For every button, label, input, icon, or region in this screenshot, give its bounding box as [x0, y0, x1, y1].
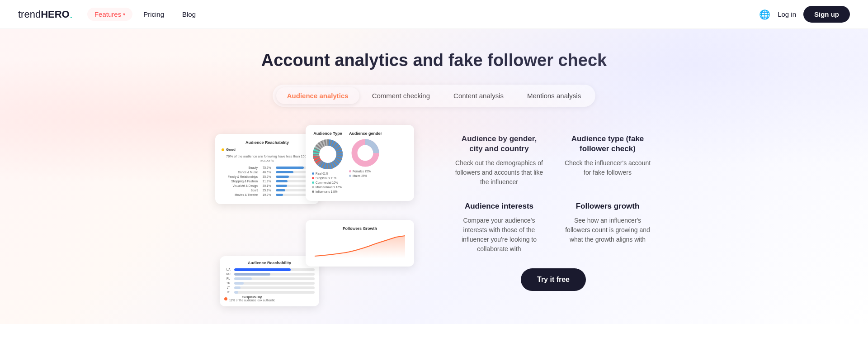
- info-heading-interests: Audience interests: [454, 201, 544, 211]
- mock-card-reachability: Audience Reachability Good 79% of the au…: [215, 134, 319, 204]
- info-text-interests: Compare your audience's interests with t…: [454, 216, 544, 254]
- try-it-free-button[interactable]: Try it free: [521, 268, 586, 291]
- bar-chart: Beauty 75.5% Dance & Music 46.6% Family …: [222, 166, 313, 196]
- mock-card-country: Audience Reachability UA RU PL: [220, 256, 319, 306]
- chevron-down-icon: ▾: [123, 12, 125, 17]
- mock-good-badge: Good: [222, 148, 313, 152]
- main-content: Audience Reachability Good 79% of the au…: [140, 125, 728, 324]
- logo-hero-text: HERO: [41, 9, 70, 20]
- audience-type-chart: Audience Type: [312, 131, 344, 195]
- info-heading-followers-growth: Followers growth: [562, 201, 653, 211]
- bar-row: Sport 25.3%: [222, 189, 313, 192]
- features-nav-button[interactable]: Features ▾: [87, 8, 132, 21]
- hero-section: Account analytics and fake follower chec…: [0, 29, 868, 324]
- bar-row: Shopping & Fashion 31.9%: [222, 180, 313, 183]
- country-row: UA: [224, 268, 315, 271]
- logo[interactable]: trend HERO .: [18, 7, 73, 21]
- pricing-nav-link[interactable]: Pricing: [136, 8, 171, 21]
- suspicious-dot: [224, 297, 227, 300]
- globe-icon[interactable]: 🌐: [759, 9, 770, 20]
- nav-links: Features ▾ Pricing Blog: [87, 8, 759, 21]
- tab-comment-checking[interactable]: Comment checking: [361, 87, 441, 104]
- info-text-gender-city: Check out the demographics of followers …: [454, 158, 544, 187]
- info-item-audience-type: Audience type (fake follower check) Chec…: [562, 134, 653, 187]
- badge-subtitle: 79% of the audience are following have l…: [222, 154, 313, 162]
- country-row: LT: [224, 286, 315, 289]
- bar-row: Beauty 75.5%: [222, 166, 313, 169]
- signup-button[interactable]: Sign up: [803, 6, 850, 23]
- features-label: Features: [94, 10, 121, 18]
- badge-dot: [222, 148, 224, 151]
- suspicious-badge: Suspiciously 12% of the audience look au…: [224, 295, 315, 302]
- mock-country-title: Audience Reachability: [224, 261, 315, 265]
- badge-good-label: Good: [226, 148, 236, 152]
- suspicious-sub: 12% of the audience look authentic: [229, 299, 275, 302]
- donut-chart-gender: [351, 138, 380, 168]
- growth-chart: [315, 233, 405, 258]
- logo-dot: .: [70, 7, 73, 21]
- logo-trend-text: trend: [18, 9, 41, 20]
- nav-right: 🌐 Log in Sign up: [759, 6, 850, 23]
- blog-nav-link[interactable]: Blog: [175, 8, 203, 21]
- info-heading-audience-type: Audience type (fake follower check): [562, 134, 653, 154]
- tab-content-analysis[interactable]: Content analysis: [443, 87, 514, 104]
- bar-row: Family & Relationships 35.2%: [222, 175, 313, 178]
- feature-tabs: Audience analytics Comment checking Cont…: [273, 85, 595, 107]
- info-item-gender-city: Audience by gender, city and country Che…: [454, 134, 544, 187]
- login-button[interactable]: Log in: [778, 10, 796, 18]
- tab-audience-analytics[interactable]: Audience analytics: [276, 87, 359, 104]
- mock-card-title: Audience Reachability: [222, 140, 313, 145]
- country-chart: UA RU PL TR: [224, 268, 315, 294]
- audience-gender-chart: Audience gender Females 75% Males 25%: [349, 131, 382, 179]
- dashboard-mockup: Audience Reachability Good 79% of the au…: [215, 125, 432, 297]
- country-row: TR: [224, 281, 315, 285]
- bar-row: Movies & Theatre 19.2%: [222, 193, 313, 196]
- bar-row: Visual Art & Design 30.1%: [222, 184, 313, 187]
- donut-legend: Real 61% Suspicious 11% Commercial 10% M…: [312, 172, 344, 193]
- suspicious-label: Suspiciously: [229, 295, 275, 299]
- country-row: IT: [224, 291, 315, 294]
- tab-mentions-analysis[interactable]: Mentions analysis: [516, 87, 592, 104]
- info-panel: Audience by gender, city and country Che…: [454, 125, 653, 291]
- mock-card-donut: Audience Type: [306, 125, 414, 201]
- country-row: RU: [224, 272, 315, 276]
- info-grid: Audience by gender, city and country Che…: [454, 134, 653, 254]
- gender-legend: Females 75% Males 25%: [349, 170, 382, 177]
- info-item-interests: Audience interests Compare your audience…: [454, 201, 544, 254]
- bar-row: Dance & Music 46.6%: [222, 171, 313, 174]
- navbar: trend HERO . Features ▾ Pricing Blog 🌐 L…: [0, 0, 868, 29]
- info-text-followers-growth: See how an influencer's followers count …: [562, 216, 653, 244]
- info-heading-gender-city: Audience by gender, city and country: [454, 134, 544, 154]
- donut-chart-type: [312, 138, 344, 170]
- info-text-audience-type: Check the influencer's account for fake …: [562, 158, 653, 177]
- country-row: PL: [224, 277, 315, 280]
- mock-card-growth: Followers Growth: [306, 220, 414, 267]
- hero-title: Account analytics and fake follower chec…: [9, 51, 859, 70]
- info-item-followers-growth: Followers growth See how an influencer's…: [562, 201, 653, 254]
